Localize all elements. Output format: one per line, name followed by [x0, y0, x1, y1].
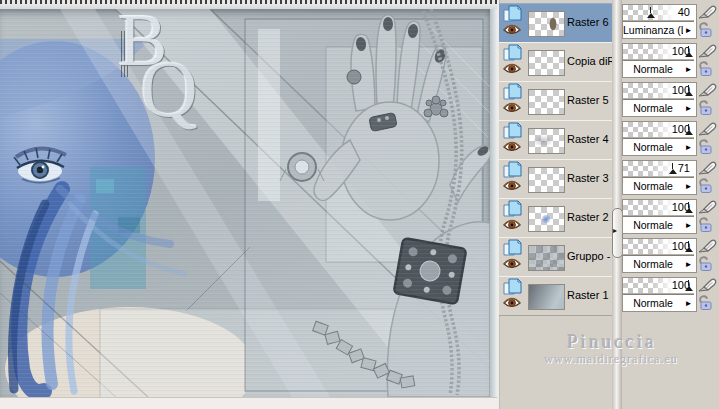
blend-mode-dropdown[interactable]: Normale ►	[623, 138, 694, 155]
unlocked-padlock-icon[interactable]	[697, 100, 713, 115]
unlocked-padlock-icon[interactable]	[697, 217, 713, 232]
layer-opacity-slider[interactable]: 100	[623, 200, 694, 216]
paintbrush-icon[interactable]	[697, 278, 717, 293]
layer-row[interactable]: Raster 6	[499, 3, 613, 43]
visibility-eye-icon[interactable]	[503, 141, 521, 153]
opacity-slider-thumb[interactable]	[684, 280, 693, 292]
unlocked-padlock-icon[interactable]	[697, 178, 713, 193]
dropdown-arrow-icon[interactable]: ►	[683, 65, 694, 74]
unlocked-padlock-icon[interactable]	[697, 295, 713, 310]
blend-mode-dropdown[interactable]: Normale ►	[623, 60, 694, 77]
layer-thumbnail	[528, 284, 565, 310]
layer-name: Raster 2	[567, 211, 609, 223]
unlocked-padlock-icon[interactable]	[697, 256, 713, 271]
layer-name: Raster 4	[567, 133, 609, 145]
paintbrush-icon[interactable]	[697, 44, 717, 59]
dropdown-arrow-icon[interactable]: ►	[683, 260, 694, 269]
visibility-eye-icon[interactable]	[503, 258, 521, 270]
dropdown-arrow-icon[interactable]: ►	[683, 104, 694, 113]
layer-opacity-slider[interactable]: 100	[623, 83, 694, 99]
layer-pages-icon	[502, 278, 523, 296]
visibility-eye-icon[interactable]	[503, 63, 521, 75]
blend-mode-dropdown[interactable]: Normale ►	[623, 177, 694, 194]
layer-row[interactable]: Raster 5	[499, 81, 613, 121]
blend-mode-label: Normale	[623, 297, 683, 309]
opacity-slider-thumb[interactable]	[646, 7, 655, 19]
opacity-slider-thumb[interactable]	[684, 46, 693, 58]
layer-opacity-slider[interactable]: 40	[623, 5, 694, 21]
layer-controls: 100 Normale ►	[622, 82, 697, 117]
opacity-value: 71	[678, 162, 690, 174]
layer-name: Raster 1	[567, 289, 609, 301]
visibility-eye-icon[interactable]	[503, 24, 521, 36]
blend-mode-label: Normale	[623, 102, 683, 114]
opacity-slider-thumb[interactable]	[684, 124, 693, 136]
opacity-value: 40	[678, 6, 690, 18]
layer-controls: 100 Normale ►	[622, 43, 697, 78]
canvas-right-edge	[490, 9, 497, 397]
blend-mode-dropdown[interactable]: Luminanza (L) ►	[623, 21, 694, 38]
blend-mode-label: Luminanza (L)	[623, 24, 683, 36]
layer-controls: 71 Normale ►	[622, 160, 697, 195]
layer-controls: 100 Normale ►	[622, 277, 697, 312]
layer-opacity-slider[interactable]: 71	[623, 161, 694, 177]
layer-row[interactable]: Copia diR.	[499, 42, 613, 82]
paintbrush-icon[interactable]	[697, 83, 717, 98]
paintbrush-icon[interactable]	[697, 122, 717, 137]
blend-mode-dropdown[interactable]: Normale ►	[623, 255, 694, 272]
layer-thumbnail	[528, 89, 565, 115]
layer-pages-icon	[502, 161, 523, 179]
layer-name: Raster 5	[567, 94, 609, 106]
layer-name: Raster 3	[567, 172, 609, 184]
blend-mode-label: Normale	[623, 180, 683, 192]
dropdown-arrow-icon[interactable]: ►	[683, 299, 694, 308]
unlocked-padlock-icon[interactable]	[697, 61, 713, 76]
opacity-slider-thumb[interactable]	[684, 202, 693, 214]
dropdown-arrow-icon[interactable]: ►	[683, 143, 694, 152]
layer-row[interactable]: Raster 2	[499, 198, 613, 238]
paintbrush-icon[interactable]	[697, 5, 717, 20]
artwork-canvas[interactable]: B Q	[0, 9, 490, 397]
visibility-eye-icon[interactable]	[503, 180, 521, 192]
blend-mode-label: Normale	[623, 219, 683, 231]
layer-controls: 100 Normale ►	[622, 199, 697, 234]
opacity-slider-thumb[interactable]	[684, 85, 693, 97]
layer-row[interactable]: Raster 1	[499, 276, 613, 316]
paintbrush-icon[interactable]	[697, 239, 717, 254]
layer-pages-icon	[502, 5, 523, 23]
layer-thumbnail	[528, 206, 565, 232]
layer-pages-icon	[502, 122, 523, 140]
visibility-eye-icon[interactable]	[503, 102, 521, 114]
layer-pages-icon	[502, 83, 523, 101]
blend-mode-dropdown[interactable]: Normale ►	[623, 99, 694, 116]
layer-thumbnail	[528, 50, 565, 76]
layer-row[interactable]: Raster 3	[499, 159, 613, 199]
visibility-eye-icon[interactable]	[503, 297, 521, 309]
opacity-slider-thumb[interactable]	[684, 241, 693, 253]
layer-row[interactable]: Gruppo - F	[499, 237, 613, 277]
canvas-area: B Q	[0, 0, 497, 409]
unlocked-padlock-icon[interactable]	[697, 139, 713, 154]
dropdown-arrow-icon[interactable]: ►	[683, 221, 694, 230]
layer-opacity-slider[interactable]: 100	[623, 122, 694, 138]
dropdown-arrow-icon[interactable]: ►	[683, 182, 694, 191]
blend-mode-dropdown[interactable]: Normale ►	[623, 294, 694, 311]
layer-opacity-slider[interactable]: 100	[623, 44, 694, 60]
layer-pages-icon	[502, 44, 523, 62]
canvas-bottom-edge	[0, 397, 497, 409]
layer-opacity-slider[interactable]: 100	[623, 239, 694, 255]
layer-controls: 40 Luminanza (L) ►	[622, 4, 697, 39]
paintbrush-icon[interactable]	[697, 200, 717, 215]
layer-thumbnail	[528, 11, 565, 37]
blend-mode-label: Normale	[623, 63, 683, 75]
dropdown-arrow-icon[interactable]: ►	[683, 26, 694, 35]
layer-row[interactable]: Raster 4	[499, 120, 613, 160]
layer-opacity-slider[interactable]: 100	[623, 278, 694, 294]
horizontal-ruler	[0, 0, 497, 9]
visibility-eye-icon[interactable]	[503, 219, 521, 231]
opacity-slider-thumb[interactable]	[668, 163, 677, 175]
paintbrush-icon[interactable]	[697, 161, 717, 176]
blend-mode-dropdown[interactable]: Normale ►	[623, 216, 694, 233]
blend-mode-label: Normale	[623, 258, 683, 270]
unlocked-padlock-icon[interactable]	[697, 22, 713, 37]
